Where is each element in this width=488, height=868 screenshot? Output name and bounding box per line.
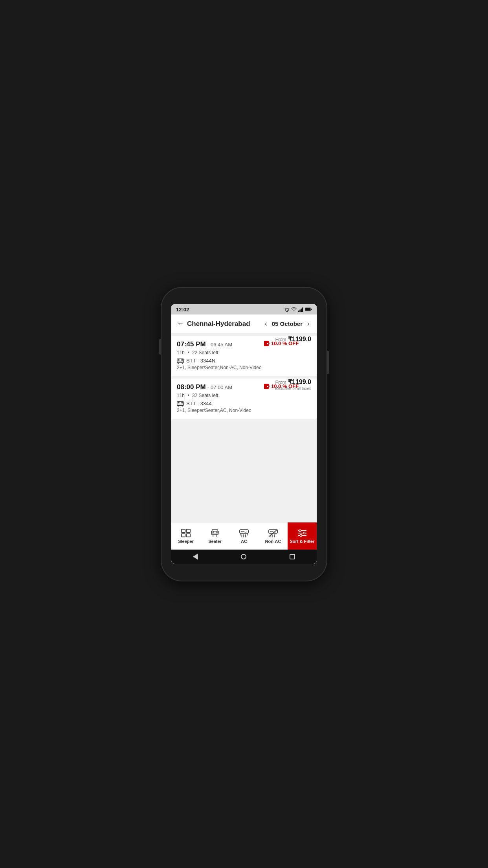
nav-sort-filter-label: Sort & Filter <box>290 539 315 544</box>
time-sep-1: - <box>207 342 209 348</box>
svg-point-32 <box>300 534 302 536</box>
rupee-2: ₹ <box>288 379 292 385</box>
nav-nonac[interactable]: Non-AC <box>259 522 288 550</box>
filter-icon <box>297 529 307 537</box>
time-row-1: 07:45 PM - 06:45 AM <box>177 340 264 348</box>
from-label-1: From <box>275 337 286 342</box>
svg-rect-22 <box>187 533 191 537</box>
duration-2: 11h <box>177 393 185 398</box>
svg-rect-4 <box>301 308 302 312</box>
nav-seater[interactable]: Seater <box>200 522 229 550</box>
depart-time-2: 08:00 PM <box>177 383 206 391</box>
svg-rect-9 <box>177 359 184 362</box>
arrive-time-2: 07:00 AM <box>211 384 232 390</box>
sleeper-icon <box>181 529 191 537</box>
svg-rect-20 <box>187 529 191 532</box>
duration-seats-2: 11h • 32 Seats left <box>177 393 264 398</box>
bus-result-card-1[interactable]: 07:45 PM - 06:45 AM 11h • 22 Seats left <box>171 336 317 376</box>
price-1: ₹1199.0 <box>288 336 311 342</box>
svg-rect-11 <box>181 359 183 360</box>
svg-point-30 <box>299 530 301 531</box>
svg-point-1 <box>294 311 294 311</box>
nonac-icon <box>268 529 278 537</box>
status-icons <box>284 307 312 312</box>
android-home-btn[interactable] <box>241 554 246 559</box>
nav-sleeper[interactable]: Sleeper <box>171 522 200 550</box>
app-header: ← Chennai-Hyderabad ‹ 05 October › <box>171 314 317 333</box>
time-sep-2: - <box>207 384 209 390</box>
bus-number-1: STT - 3344N <box>186 358 215 364</box>
rupee-1: ₹ <box>288 336 292 342</box>
prev-date-button[interactable]: ‹ <box>263 319 269 329</box>
bus-number-2: STT - 3344 <box>186 401 212 406</box>
svg-rect-19 <box>182 529 185 532</box>
svg-rect-2 <box>298 311 299 312</box>
nav-sleeper-label: Sleeper <box>178 539 194 544</box>
seats-left-1: 22 Seats left <box>192 350 218 355</box>
android-nav-bar <box>171 550 317 564</box>
ac-icon <box>239 529 249 537</box>
nav-sort-filter[interactable]: Sort & Filter <box>288 522 317 550</box>
nav-ac-label: AC <box>241 539 247 544</box>
time-row-2: 08:00 PM - 07:00 AM <box>177 383 264 391</box>
card-left-1: 07:45 PM - 06:45 AM 11h • 22 Seats left <box>177 340 264 370</box>
bus-info-row-2: STT - 3344 <box>177 401 264 406</box>
arrive-time-1: 06:45 AM <box>211 342 232 348</box>
android-recents-btn[interactable] <box>290 554 295 559</box>
tag-icon-1 <box>264 341 270 346</box>
seater-icon <box>211 529 219 537</box>
tag-icon-2 <box>264 384 270 389</box>
price-2: ₹1199.0 <box>288 379 311 385</box>
card-right-1: 10.0 % OFF From ₹1199.0 <box>264 340 311 370</box>
svg-point-31 <box>303 532 305 534</box>
results-list: 07:45 PM - 06:45 AM 11h • 22 Seats left <box>171 333 317 522</box>
header-left: ← Chennai-Hyderabad <box>177 320 250 328</box>
depart-time-1: 07:45 PM <box>177 340 206 348</box>
current-date: 05 October <box>272 320 303 327</box>
next-date-button[interactable]: › <box>306 319 311 329</box>
bus-icon-1 <box>177 358 184 364</box>
date-navigation: ‹ 05 October › <box>263 319 311 329</box>
alarm-icon <box>284 307 290 312</box>
bus-result-card-2[interactable]: 08:00 PM - 07:00 AM 11h • 32 Seats left <box>171 379 317 419</box>
android-back-btn[interactable] <box>193 554 198 560</box>
svg-rect-16 <box>181 402 183 403</box>
from-label-2: From <box>275 380 286 385</box>
back-button[interactable]: ← <box>177 320 184 328</box>
signal-icon <box>298 307 303 312</box>
nav-ac[interactable]: AC <box>229 522 259 550</box>
bus-info-row-1: STT - 3344N <box>177 358 264 364</box>
duration-seats-1: 11h • 22 Seats left <box>177 350 264 355</box>
svg-rect-21 <box>182 533 185 537</box>
phone-screen: 12:02 <box>171 304 317 564</box>
battery-icon <box>305 307 312 312</box>
phone-frame: 12:02 <box>161 288 327 581</box>
nav-nonac-label: Non-AC <box>265 539 281 544</box>
status-time: 12:02 <box>176 307 189 313</box>
nav-seater-label: Seater <box>208 539 222 544</box>
duration-1: 11h <box>177 350 185 355</box>
svg-rect-5 <box>302 307 303 312</box>
card-left-2: 08:00 PM - 07:00 AM 11h • 32 Seats left <box>177 383 264 413</box>
svg-rect-10 <box>178 359 180 360</box>
seats-left-2: 32 Seats left <box>192 393 218 398</box>
svg-rect-3 <box>299 309 301 312</box>
svg-rect-23 <box>211 533 218 535</box>
svg-rect-14 <box>177 401 184 405</box>
svg-rect-7 <box>311 309 312 310</box>
status-bar: 12:02 <box>171 304 317 314</box>
wifi-icon <box>291 307 297 312</box>
bus-type-1: 2+1, Sleeper/Seater,Non-AC, Non-Video <box>177 365 264 370</box>
bus-type-2: 2+1, Sleeper/Seater,AC, Non-Video <box>177 408 264 413</box>
bus-icon-2 <box>177 401 184 406</box>
bottom-navigation: Sleeper Seater <box>171 522 317 550</box>
svg-rect-8 <box>305 308 311 311</box>
card-right-2: 10.0 % OFF From ₹1199.0 Exclusive of all… <box>264 383 311 413</box>
svg-rect-15 <box>178 402 180 403</box>
svg-rect-24 <box>240 530 248 533</box>
route-title: Chennai-Hyderabad <box>187 320 250 328</box>
